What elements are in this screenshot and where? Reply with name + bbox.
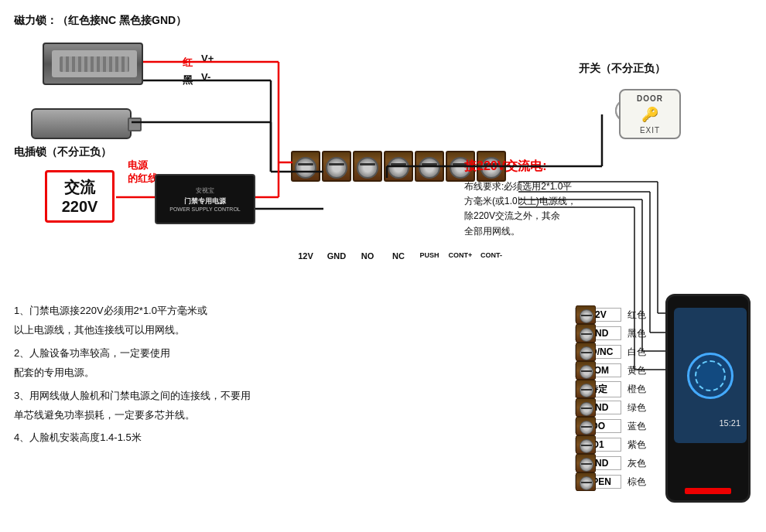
face-recognition-device: 15:21 xyxy=(665,294,751,503)
vminus-label: V- xyxy=(201,71,210,83)
elec-lock xyxy=(31,108,132,139)
power-supply: 安视宝 门禁专用电源 POWER SUPPLY CONTROL xyxy=(155,174,255,224)
wire-black-label: 黑 xyxy=(183,73,193,87)
switch-title: 开关（不分正负） xyxy=(579,62,665,76)
face-device-screen: 15:21 xyxy=(674,308,747,443)
vplus-label: V+ xyxy=(201,53,214,64)
notes-box: 1、门禁电源接220V必须用2*1.0平方毫米或 以上电源线，其他连接线可以用网… xyxy=(14,302,478,448)
wiring-diagram: 磁力锁：（红色接NC 黑色接GND） 红 V+ 黑 V- 电插锁（不分正负） 交… xyxy=(0,0,766,532)
power-red-label2: 的红线 xyxy=(128,172,158,186)
elec-lock-title: 电插锁（不分正负） xyxy=(14,145,111,159)
right-terminal-screws xyxy=(576,305,596,491)
info-220v-text: 布线要求:必须选用2*1.0平方毫米(或1.0以上)电源线，除220V交流之外，… xyxy=(464,179,642,239)
power-red-label1: 电源 xyxy=(128,159,148,172)
wire-red-label: 红 xyxy=(183,56,193,70)
switch-box: DOOR 🔑 EXIT xyxy=(619,89,681,139)
info-220v: 接220V交流电: 布线要求:必须选用2*1.0平方毫米(或1.0以上)电源线，… xyxy=(464,159,642,239)
mag-lock-title: 磁力锁：（红色接NC 黑色接GND） xyxy=(14,14,186,28)
ac-box: 交流 220V xyxy=(45,170,115,223)
mag-lock xyxy=(43,43,143,85)
